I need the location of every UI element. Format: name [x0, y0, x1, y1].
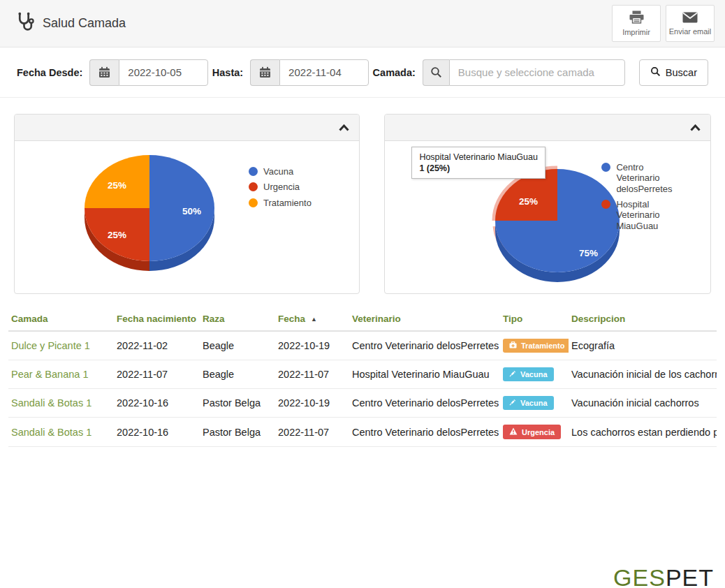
cell-tipo: Urgencia — [500, 418, 569, 447]
filter-bar: Fecha Desde: Hasta: — [0, 47, 725, 98]
fecha-desde-group — [89, 59, 208, 86]
cell-fecha: 2022-10-19 — [275, 331, 349, 360]
gespet-logo: GESPET — [613, 564, 714, 588]
fecha-desde-label: Fecha Desde: — [17, 67, 82, 78]
cell-descripcion: Los cachorros estan perdiendo peso — [569, 418, 717, 447]
legend-item[interactable]: Vacuna — [249, 166, 353, 177]
pie-label-vacuna: 50% — [182, 206, 201, 216]
footer: GESPET — [0, 564, 725, 588]
table-row: Pear & Banana 1 2022-11-07 Beagle 2022-1… — [8, 360, 717, 389]
cell-fecha-nacimiento: 2022-10-16 — [114, 418, 200, 447]
cell-raza: Beagle — [200, 331, 275, 360]
page-title: Salud Camada — [43, 16, 126, 31]
col-header-fecha[interactable]: Fecha▲ — [275, 307, 349, 331]
cell-fecha-nacimiento: 2022-11-02 — [114, 331, 200, 360]
buscar-button[interactable]: Buscar — [639, 59, 708, 86]
logo-ges: GES — [613, 564, 666, 588]
cell-fecha: 2022-10-19 — [275, 389, 349, 418]
print-button-label: Imprimir — [622, 28, 650, 36]
tipo-badge-vacuna: Vacuna — [503, 367, 554, 381]
printer-icon — [629, 10, 644, 25]
medkit-icon — [509, 341, 517, 350]
cell-fecha: 2022-11-07 — [275, 418, 349, 447]
warning-icon — [509, 427, 518, 436]
cell-fecha: 2022-11-07 — [275, 360, 349, 389]
tooltip-series-name: Hospital Veterinario MiauGuau — [419, 152, 538, 162]
cell-veterinario: Hospital Veterinario MiauGuau — [349, 360, 500, 389]
cell-tipo: Vacuna — [500, 360, 569, 389]
tipo-badge-urgencia: Urgencia — [503, 425, 561, 439]
hasta-label: Hasta: — [212, 67, 243, 78]
pie-label-tratamiento: 25% — [108, 180, 126, 191]
pie-tipo-legend: Vacuna Urgencia Tratamiento — [249, 166, 353, 213]
app-brand: Salud Camada — [14, 11, 126, 36]
cell-fecha-nacimiento: 2022-11-07 — [114, 360, 200, 389]
search-icon — [650, 66, 661, 79]
legend-label: Hospital Veterinario MiauGuau — [616, 199, 680, 231]
collapse-icon[interactable] — [690, 122, 701, 134]
calendar-icon[interactable] — [89, 59, 119, 86]
legend-label: Tratamiento — [263, 198, 312, 208]
pie-chart-tipo: 50% 25% 25% Vacuna Urgencia Tratamiento — [15, 141, 359, 293]
camada-search-input[interactable] — [449, 59, 625, 86]
results-table: Camada Fecha nacimiento Raza Fecha▲ Vete… — [8, 307, 717, 447]
results-table-section: Camada Fecha nacimiento Raza Fecha▲ Vete… — [0, 303, 725, 447]
pie-label-urgencia: 25% — [108, 230, 126, 240]
logo-pet: PET — [666, 564, 714, 588]
pie-chart-veterinario: 75% 25% Hospital Veterinario MiauGuau 1 … — [385, 141, 710, 293]
tipo-badge-label: Urgencia — [522, 428, 555, 436]
col-header-tipo[interactable]: Tipo — [500, 307, 569, 331]
stethoscope-icon — [14, 11, 36, 36]
camada-link[interactable]: Sandali & Botas 1 — [8, 418, 114, 447]
legend-dot-centro — [601, 163, 610, 172]
legend-dot-hospital — [601, 200, 610, 209]
pie-tipo-svg: 50% 25% 25% — [27, 145, 279, 292]
search-icon — [423, 59, 449, 86]
cell-veterinario: Centro Veterinario delosPerretes — [349, 331, 500, 360]
cell-descripcion: Ecografía — [569, 331, 717, 360]
legend-dot-vacuna — [249, 167, 258, 176]
col-header-fecha-nacimiento[interactable]: Fecha nacimiento — [114, 307, 200, 331]
send-email-button[interactable]: Enviar email — [666, 5, 715, 42]
panel-header — [385, 115, 710, 141]
tipo-badge-label: Tratamiento — [521, 341, 564, 350]
legend-item[interactable]: Hospital Veterinario MiauGuau — [601, 199, 680, 231]
camada-link[interactable]: Dulce y Picante 1 — [8, 331, 114, 360]
tipo-badge-label: Vacuna — [520, 370, 548, 378]
syringe-icon — [509, 399, 516, 407]
print-button[interactable]: Imprimir — [612, 5, 661, 42]
cell-descripcion: Vacunación inicial cachorros — [569, 389, 717, 418]
envelope-icon — [682, 12, 698, 24]
panel-header — [15, 115, 359, 141]
tipo-badge-tratamiento: Tratamiento — [503, 339, 569, 353]
col-header-veterinario[interactable]: Veterinario — [349, 307, 500, 331]
col-header-descripcion[interactable]: Descripcion — [569, 307, 717, 331]
legend-dot-urgencia — [249, 182, 258, 191]
pie-label-hospital: 25% — [519, 196, 538, 207]
legend-item[interactable]: Urgencia — [249, 182, 353, 192]
cell-raza: Pastor Belga — [200, 389, 275, 418]
cell-veterinario: Centro Veterinario delosPerretes — [349, 389, 500, 418]
legend-item[interactable]: Centro Veterinario delosPerretes — [601, 162, 680, 194]
syringe-icon — [509, 370, 516, 378]
legend-label: Vacuna — [263, 166, 293, 177]
send-email-button-label: Enviar email — [669, 27, 712, 36]
legend-item[interactable]: Tratamiento — [249, 198, 353, 208]
pie-label-centro: 75% — [579, 248, 598, 258]
col-header-raza[interactable]: Raza — [200, 307, 275, 331]
collapse-icon[interactable] — [339, 122, 349, 134]
chart-panel-veterinario: 75% 25% Hospital Veterinario MiauGuau 1 … — [384, 114, 711, 294]
hasta-input[interactable] — [279, 59, 369, 86]
fecha-desde-input[interactable] — [119, 59, 208, 86]
calendar-icon[interactable] — [250, 59, 279, 86]
camada-link[interactable]: Pear & Banana 1 — [8, 360, 114, 389]
chart-panel-tipo: 50% 25% 25% Vacuna Urgencia Tratamiento — [14, 114, 360, 294]
col-header-camada[interactable]: Camada — [8, 307, 114, 331]
camada-link[interactable]: Sandali & Botas 1 — [8, 389, 114, 418]
topbar-actions: Imprimir Enviar email — [612, 5, 715, 42]
camada-label: Camada: — [373, 67, 416, 78]
legend-label: Urgencia — [263, 182, 300, 192]
cell-tipo: Vacuna — [500, 389, 569, 418]
tipo-badge-label: Vacuna — [520, 399, 548, 407]
table-row: Sandali & Botas 1 2022-10-16 Pastor Belg… — [8, 418, 717, 447]
